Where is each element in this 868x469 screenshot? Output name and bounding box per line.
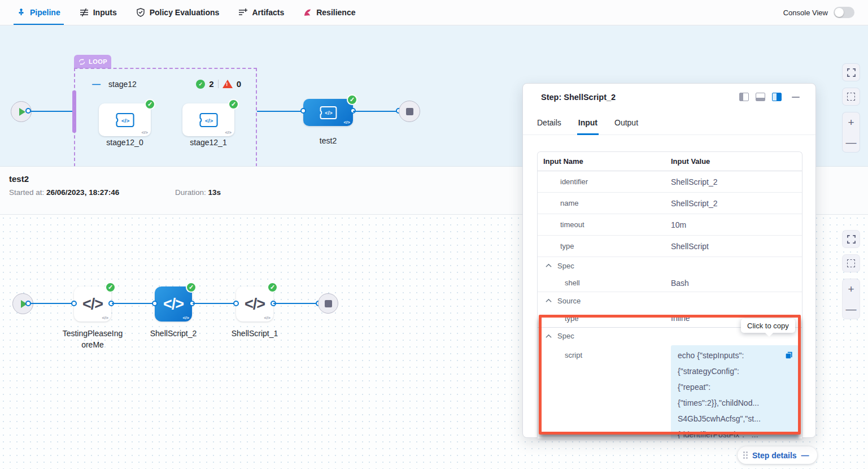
table-row: type ShellScript [538,236,802,257]
edge [112,303,155,304]
step-node-shellscript-2-selected[interactable]: </> ✓ </> [155,286,192,322]
check-icon: ✓ [105,282,116,293]
plugin-code-icon: </> [198,112,219,128]
plugin-code-icon: </> [319,106,338,120]
edge-loop-to-test2 [257,111,303,112]
step-node-stage12-0[interactable]: </> ✓ </> [99,103,151,136]
zoom-controls: + — [843,112,860,152]
step-node-stage12-1[interactable]: </> ✓ </> [182,103,234,136]
layout-bottom-pane-icon[interactable] [756,93,765,101]
loop-badge-label: LOOP [89,58,107,65]
table-row: timeout 10m [538,214,802,236]
step-node-test2-selected[interactable]: </> ✓ </> [303,99,353,126]
zoom-out-button[interactable]: — [843,132,860,152]
nav-tab-artifacts[interactable]: Artifacts [238,0,284,25]
table-row: identifier ShellScript_2 [538,171,802,193]
shield-check-icon [136,8,145,17]
run-title: test2 [9,174,29,184]
step-details-label: Step details [752,451,797,460]
stage-status-counts: ✓ 2 0 [196,79,241,89]
duration-value: 13s [208,188,221,197]
fullscreen-button[interactable] [843,231,860,247]
nav-tab-policy-label: Policy Evaluations [150,8,220,17]
edge-port [300,108,306,114]
nav-tab-resilience-label: Resilience [316,8,355,17]
stage-collapse-button[interactable]: — [92,79,101,89]
step-details-button[interactable]: Step details — [738,446,817,464]
edge [31,303,74,304]
step-node-testingpleaseingoreme[interactable]: </> ✓ </> [74,286,111,322]
check-icon: ✓ [145,99,155,110]
shellscript-icon: </> [245,296,265,313]
copy-icon [784,350,794,360]
nav-tab-pipeline-label: Pipeline [30,8,60,17]
mini-code-icon: </> [141,130,148,135]
table-row: name ShellScript_2 [538,193,802,214]
collapse-dash-icon: — [801,451,809,460]
pipeline-end-node[interactable] [399,101,420,122]
pipeline-icon [17,8,25,17]
loop-group: — stage12 ✓ 2 0 </> ✓ </> </> [74,68,257,167]
warning-icon [223,80,233,88]
chevron-up-icon [546,263,552,268]
nav-tab-inputs-label: Inputs [93,8,117,17]
node-label-shellscript-2: ShellScript_2 [137,329,210,338]
edge [273,303,319,304]
mini-code-icon: </> [264,315,271,320]
svg-text:</>: </> [205,117,213,123]
layout-left-pane-icon[interactable] [739,93,749,101]
duration-label: Duration: [175,188,206,197]
tab-output[interactable]: Output [613,116,639,134]
check-icon: ✓ [347,94,357,105]
loop-badge: LOOP [74,55,111,68]
svg-text:</>: </> [121,117,129,123]
fullscreen-icon [847,68,856,77]
success-count: 2 [209,79,213,89]
step-details-panel: Step: ShellScript_2 Details Input Output… [522,83,816,438]
input-table: Input Name Input Value identifier ShellS… [537,151,802,438]
console-view-toggle[interactable] [834,7,854,18]
zoom-in-button[interactable]: + [843,279,860,299]
node-label-stage12-1: stage12_1 [171,138,246,147]
toggle-knob [835,8,844,17]
zoom-in-button[interactable]: + [843,112,860,132]
edge-test2-to-end [353,111,399,112]
zoom-out-button[interactable]: — [843,299,860,319]
edge-port [25,301,31,306]
marquee-select-button[interactable] [843,255,860,272]
shellscript-icon: </> [82,296,103,313]
panel-tabs: Details Input Output [523,116,815,135]
edge [193,303,236,304]
script-value[interactable]: echo {"stepInputs": {"strategyConfig": {… [671,345,799,438]
stage-end-node[interactable] [318,293,338,314]
click-to-copy-tooltip: Click to copy [741,319,795,333]
edge-port [152,301,158,306]
panel-layout-switcher [739,93,782,101]
started-at: Started at: 26/06/2023, 18:27:46 [9,188,119,197]
copy-button[interactable] [784,350,794,360]
layout-right-pane-icon[interactable] [772,93,782,101]
minimize-panel-icon[interactable] [792,97,800,98]
fullscreen-button[interactable] [843,64,860,81]
chevron-up-icon [546,334,552,338]
nav-tab-pipeline[interactable]: Pipeline [17,0,60,25]
section-source[interactable]: Source [538,292,802,309]
count-divider [218,80,219,88]
marquee-select-button[interactable] [843,88,860,105]
tab-details[interactable]: Details [536,116,562,134]
edge-port [233,301,239,306]
tab-input[interactable]: Input [577,116,599,134]
svg-text:</>: </> [325,110,332,116]
nav-tab-policy-evaluations[interactable]: Policy Evaluations [136,0,220,25]
nav-tab-resilience[interactable]: Resilience [303,0,355,25]
chaos-icon [303,8,312,17]
nav-tab-inputs[interactable]: Inputs [80,0,117,25]
stage-name[interactable]: stage12 [108,80,137,89]
fullscreen-icon [847,235,856,244]
success-count-icon: ✓ [196,80,205,89]
edge-start-to-loop [28,111,74,112]
drag-handle-icon[interactable] [743,451,748,459]
section-spec[interactable]: Spec [538,257,802,274]
step-node-shellscript-1[interactable]: </> ✓ </> [236,286,273,322]
check-icon: ✓ [186,282,197,293]
